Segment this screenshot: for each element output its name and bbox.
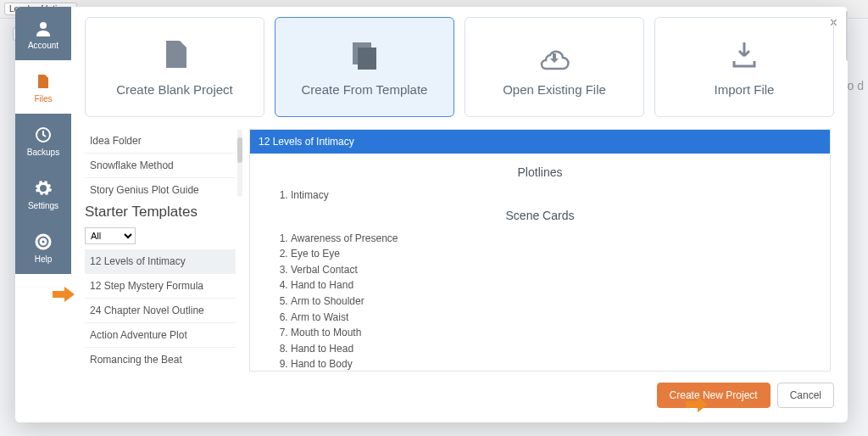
left-tab-backups[interactable]: Backups bbox=[15, 114, 71, 167]
template-item[interactable]: 12 Step Mystery Formula bbox=[85, 274, 236, 299]
new-project-modal: × AccountFilesBackupsSettingsHelp Create… bbox=[15, 7, 848, 422]
cancel-button[interactable]: Cancel bbox=[777, 383, 834, 408]
list-item: Arm to Waist bbox=[291, 310, 813, 326]
doc-icon bbox=[158, 37, 192, 74]
list-item: Awareness of Presence bbox=[291, 231, 813, 247]
copy-icon bbox=[348, 37, 381, 74]
card-label: Create From Template bbox=[302, 82, 428, 97]
left-tab-label: Help bbox=[35, 254, 53, 264]
svg-point-2 bbox=[36, 235, 50, 249]
template-item[interactable]: 12 Levels of Intimacy bbox=[85, 249, 236, 274]
list-item: Verbal Contact bbox=[291, 262, 813, 278]
template-item[interactable]: Idea Folder bbox=[85, 129, 236, 154]
template-filter-select[interactable]: All bbox=[85, 227, 136, 244]
card-label: Open Existing File bbox=[503, 82, 606, 97]
annotation-arrow-icon bbox=[53, 287, 75, 302]
card-create-blank-project[interactable]: Create Blank Project bbox=[85, 17, 264, 117]
preview-scenecards-heading: Scene Cards bbox=[267, 209, 813, 222]
list-scrollbar[interactable] bbox=[237, 129, 242, 197]
left-tab-files[interactable]: Files bbox=[15, 60, 71, 114]
annotation-arrow-icon bbox=[686, 397, 708, 412]
card-open-existing-file[interactable]: Open Existing File bbox=[465, 17, 644, 117]
scene-cards-list: Awareness of PresenceEye to EyeVerbal Co… bbox=[267, 231, 813, 371]
template-preview: 12 Levels of Intimacy Plotlines Intimacy… bbox=[249, 129, 831, 372]
life-icon bbox=[34, 232, 53, 251]
template-item[interactable]: 24 Chapter Novel Outline bbox=[85, 299, 236, 323]
svg-point-0 bbox=[40, 22, 47, 29]
left-tab-label: Backups bbox=[27, 148, 59, 157]
gear-icon bbox=[34, 179, 53, 198]
clock-icon bbox=[34, 126, 53, 144]
card-import-file[interactable]: Import File bbox=[654, 17, 834, 117]
left-tab-help[interactable]: Help bbox=[15, 221, 71, 274]
left-tab-label: Settings bbox=[28, 201, 58, 210]
plotlines-list: Intimacy bbox=[267, 187, 813, 204]
file-icon bbox=[34, 72, 53, 91]
modal-left-tabs: AccountFilesBackupsSettingsHelp bbox=[15, 7, 71, 422]
preview-title: 12 Levels of Intimacy bbox=[250, 130, 830, 154]
svg-rect-5 bbox=[358, 48, 376, 70]
list-item: Eye to Eye bbox=[291, 246, 813, 262]
left-tab-label: Account bbox=[28, 41, 58, 50]
card-label: Create Blank Project bbox=[116, 82, 233, 97]
list-item: Arm to Shoulder bbox=[291, 293, 813, 310]
template-list-panel: Idea FolderSnowflake MethodStory Genius … bbox=[85, 129, 236, 372]
action-cards-row: Create Blank ProjectCreate From Template… bbox=[85, 17, 834, 117]
svg-point-3 bbox=[41, 239, 46, 244]
left-tab-account[interactable]: Account bbox=[15, 7, 71, 60]
template-item[interactable]: Snowflake Method bbox=[85, 154, 236, 178]
cloud-icon bbox=[537, 37, 571, 74]
starter-templates-heading: Starter Templates bbox=[85, 197, 236, 224]
list-item: Intimacy bbox=[291, 187, 813, 204]
import-icon bbox=[727, 37, 761, 74]
template-item[interactable]: Action Adventure Plot bbox=[85, 323, 236, 348]
list-item: Mouth to Mouth bbox=[291, 325, 813, 341]
modal-footer: Create New Project Cancel bbox=[85, 378, 834, 412]
preview-body: Plotlines Intimacy Scene Cards Awareness… bbox=[250, 154, 830, 371]
preview-plotlines-heading: Plotlines bbox=[267, 165, 813, 179]
template-item[interactable]: Story Genius Plot Guide bbox=[85, 178, 236, 197]
list-item: Hand to Head bbox=[291, 341, 813, 357]
left-tab-settings[interactable]: Settings bbox=[15, 167, 71, 221]
card-create-from-template[interactable]: Create From Template bbox=[275, 17, 454, 117]
list-item: Hand to Hand bbox=[291, 277, 813, 293]
list-item: Hand to Body bbox=[291, 356, 813, 371]
user-icon bbox=[34, 19, 53, 37]
card-label: Import File bbox=[715, 82, 775, 97]
modal-main: Create Blank ProjectCreate From Template… bbox=[71, 7, 848, 422]
template-item[interactable]: Romancing the Beat bbox=[85, 348, 236, 372]
create-new-project-button[interactable]: Create New Project bbox=[657, 383, 771, 408]
left-tab-label: Files bbox=[34, 94, 52, 103]
